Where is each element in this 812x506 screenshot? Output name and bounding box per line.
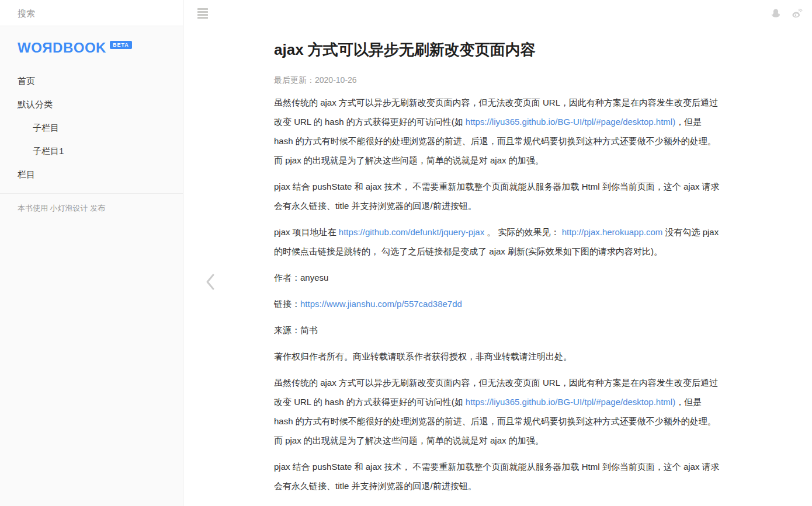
article-link[interactable]: https://liyu365.github.io/BG-UI/tpl/#pag… (466, 397, 675, 407)
topbar (183, 0, 812, 26)
article-text: 著作权归作者所有。商业转载请联系作者获得授权，非商业转载请注明出处。 (274, 351, 572, 361)
weibo-icon[interactable] (792, 8, 803, 19)
article-title: ajax 方式可以异步无刷新改变页面内容 (274, 39, 721, 60)
article-last-updated: 最后更新：2020-10-26 (274, 75, 721, 86)
sidebar-nav-item[interactable]: 子栏目1 (0, 139, 183, 163)
article-link[interactable]: https://liyu365.github.io/BG-UI/tpl/#pag… (466, 117, 675, 127)
app-root: WOЯDBOOK BETA 首页默认分类子栏目子栏目1栏目 本书使用 小灯泡设计… (0, 0, 812, 506)
article-body: 虽然传统的 ajax 方式可以异步无刷新改变页面内容，但无法改变页面 URL，因… (274, 93, 721, 495)
beta-badge: BETA (110, 41, 132, 49)
sidebar-nav-item[interactable]: 栏目 (0, 163, 183, 186)
hamburger-menu-icon[interactable] (197, 8, 208, 19)
search-bar (0, 0, 183, 26)
search-input[interactable] (18, 8, 165, 18)
logo-wordmark: WOЯDBOOK (18, 40, 106, 55)
article-paragraph: 虽然传统的 ajax 方式可以异步无刷新改变页面内容，但无法改变页面 URL，因… (274, 373, 721, 450)
article: ajax 方式可以异步无刷新改变页面内容 最后更新：2020-10-26 虽然传… (274, 26, 721, 495)
article-text: pjax 项目地址在 (274, 227, 339, 237)
previous-page-arrow[interactable] (206, 273, 215, 293)
article-text: pjax 结合 pushState 和 ajax 技术， 不需要重新加载整个页面… (274, 182, 720, 211)
sidebar-nav-item[interactable]: 默认分类 (0, 93, 183, 116)
article-paragraph: 虽然传统的 ajax 方式可以异步无刷新改变页面内容，但无法改变页面 URL，因… (274, 93, 721, 170)
qq-icon[interactable] (771, 8, 781, 19)
article-text: pjax 结合 pushState 和 ajax 技术， 不需要重新加载整个页面… (274, 462, 720, 491)
sidebar-footer-text: 本书使用 小灯泡设计 发布 (0, 194, 183, 223)
article-paragraph: pjax 结合 pushState 和 ajax 技术， 不需要重新加载整个页面… (274, 177, 721, 215)
article-paragraph: 作者：anyesu (274, 268, 721, 287)
article-text: 来源：简书 (274, 325, 318, 335)
sidebar-nav-item[interactable]: 首页 (0, 69, 183, 93)
article-paragraph: 链接：https://www.jianshu.com/p/557cad38e7d… (274, 294, 721, 313)
sidebar-nav: 首页默认分类子栏目子栏目1栏目 (0, 61, 183, 186)
article-paragraph: pjax 项目地址在 https://github.com/defunkt/jq… (274, 222, 721, 261)
article-link[interactable]: http://pjax.herokuapp.com (562, 227, 663, 237)
article-text: 。 实际的效果见： (484, 227, 562, 237)
article-text: 作者：anyesu (274, 273, 328, 282)
sidebar-nav-item[interactable]: 子栏目 (0, 116, 183, 139)
article-paragraph: 著作权归作者所有。商业转载请联系作者获得授权，非商业转载请注明出处。 (274, 347, 721, 366)
article-link[interactable]: https://www.jianshu.com/p/557cad38e7dd (300, 299, 462, 309)
share-icons (771, 8, 803, 19)
sidebar: WOЯDBOOK BETA 首页默认分类子栏目子栏目1栏目 本书使用 小灯泡设计… (0, 0, 183, 506)
logo[interactable]: WOЯDBOOK BETA (0, 26, 183, 61)
article-paragraph: 来源：简书 (274, 320, 721, 340)
main-content: ajax 方式可以异步无刷新改变页面内容 最后更新：2020-10-26 虽然传… (183, 0, 812, 506)
article-link[interactable]: https://github.com/defunkt/jquery-pjax (339, 227, 484, 237)
article-text: 链接： (274, 299, 300, 309)
article-paragraph: pjax 结合 pushState 和 ajax 技术， 不需要重新加载整个页面… (274, 457, 721, 495)
